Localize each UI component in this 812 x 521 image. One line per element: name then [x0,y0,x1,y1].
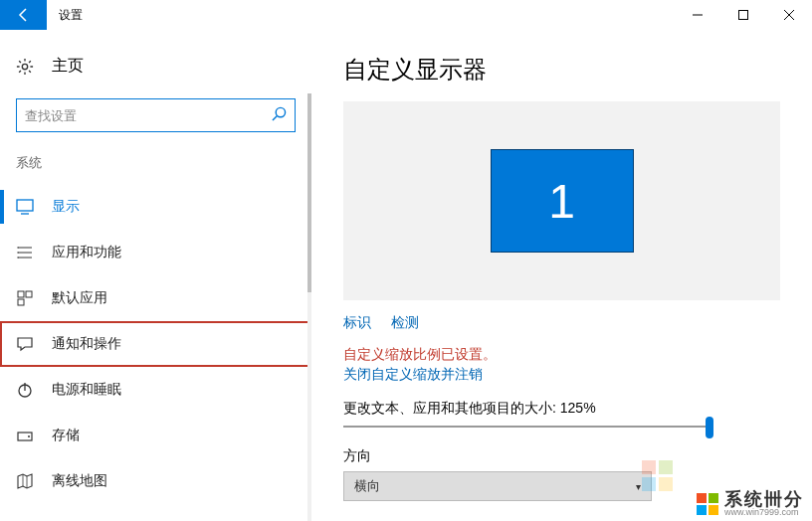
svg-point-21 [28,435,30,437]
storage-icon [16,427,34,444]
sidebar-item-notifications[interactable]: 通知和操作 [0,321,311,367]
sidebar-item-display[interactable]: 显示 [0,184,311,230]
svg-rect-15 [18,291,24,297]
svg-point-14 [17,257,18,258]
sidebar: 主页 系统 显示 应用和功能 默认应用 通知和操作 [0,30,311,521]
scale-label: 更改文本、应用和其他项目的大小: 125% [343,400,780,418]
display-preview: 1 [343,101,780,300]
svg-rect-1 [739,11,748,20]
sidebar-item-label: 应用和功能 [52,244,121,261]
section-label: 系统 [0,132,311,178]
svg-rect-16 [26,291,32,297]
sidebar-item-maps[interactable]: 离线地图 [0,458,311,504]
gear-icon [16,58,34,76]
sidebar-item-label: 默认应用 [52,289,107,307]
map-icon [16,472,34,490]
window-title: 设置 [47,0,95,30]
disable-scaling-link[interactable]: 关闭自定义缩放并注销 [343,366,780,384]
search-icon [272,106,287,124]
defaults-icon [16,289,34,307]
sidebar-item-label: 通知和操作 [52,335,121,353]
svg-point-4 [22,64,27,69]
orientation-value: 横向 [354,477,380,495]
search-input-container[interactable] [16,98,296,132]
orientation-dropdown[interactable]: 横向 ▾ [343,471,652,501]
minimize-button[interactable] [675,0,720,30]
sidebar-item-label: 显示 [52,198,80,216]
svg-rect-7 [17,200,33,211]
svg-point-13 [17,252,18,253]
content-pane: 自定义显示器 1 标识 检测 自定义缩放比例已设置。 关闭自定义缩放并注销 更改… [311,30,812,521]
sidebar-item-label: 电源和睡眠 [52,381,121,399]
sidebar-item-default-apps[interactable]: 默认应用 [0,275,311,321]
watermark-logo-icon [697,493,718,515]
sidebar-item-apps[interactable]: 应用和功能 [0,230,311,275]
sidebar-item-power[interactable]: 电源和睡眠 [0,367,311,413]
svg-line-6 [273,116,277,120]
detect-link[interactable]: 检测 [391,314,419,332]
chevron-down-icon: ▾ [636,481,641,492]
monitor-tile-1[interactable]: 1 [491,149,634,253]
close-button[interactable] [766,0,812,30]
identify-link[interactable]: 标识 [343,314,371,332]
scaling-warning: 自定义缩放比例已设置。 [343,346,780,364]
svg-point-5 [276,107,285,116]
home-label: 主页 [52,56,84,77]
page-title: 自定义显示器 [343,54,780,86]
ghost-logo [642,460,673,491]
svg-rect-17 [18,299,24,305]
sidebar-item-label: 存储 [52,427,80,444]
scale-slider[interactable] [343,426,711,428]
nav-list: 显示 应用和功能 默认应用 通知和操作 电源和睡眠 存储 [0,184,311,504]
sidebar-item-label: 离线地图 [52,472,107,490]
chat-icon [16,335,34,353]
maximize-button[interactable] [720,0,766,30]
monitor-icon [16,198,34,216]
power-icon [16,381,34,399]
watermark: 系统卌分 www.win7999.com [697,490,804,517]
search-input[interactable] [25,108,272,123]
watermark-url: www.win7999.com [724,508,804,517]
titlebar-spacer [95,0,675,30]
list-icon [16,244,34,261]
home-button[interactable]: 主页 [0,48,311,85]
sidebar-item-storage[interactable]: 存储 [0,413,311,458]
back-button[interactable] [0,0,47,30]
scale-slider-thumb[interactable] [706,417,713,438]
orientation-label: 方向 [343,447,780,465]
watermark-brand: 系统卌分 [724,490,804,508]
svg-point-12 [17,247,18,248]
